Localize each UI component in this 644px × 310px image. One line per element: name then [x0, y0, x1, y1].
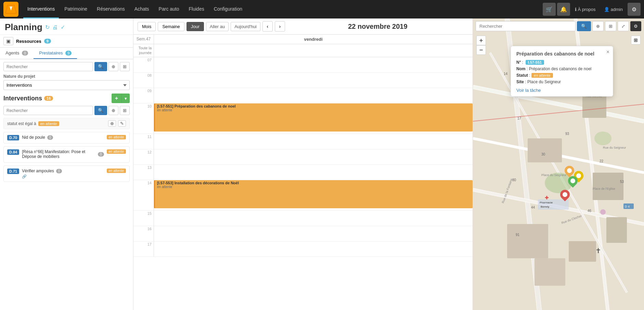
- interventions-search-input[interactable]: [3, 106, 93, 115]
- calendar-event-1[interactable]: [I.57-551] Préparation des cabanons de n…: [154, 103, 473, 132]
- day-label: vendredi: [154, 35, 473, 44]
- svg-text:22: 22: [600, 159, 604, 163]
- nav-configuration[interactable]: Configuration: [210, 0, 246, 18]
- calendar-grid: Sem.47 vendredi Toute la journée 07 08 0: [133, 35, 473, 310]
- add-intervention-dropdown[interactable]: ▾: [121, 94, 130, 103]
- map-settings-button[interactable]: ⚙: [630, 21, 641, 31]
- svg-text:Place du Seigneur: Place du Seigneur: [541, 173, 567, 177]
- check-button[interactable]: ✓: [61, 24, 65, 30]
- item-content: Nid de poule 0: [22, 135, 104, 140]
- prestataires-search-input[interactable]: [3, 62, 93, 71]
- item-attachment-icon: 🔗: [22, 174, 104, 179]
- allday-label: Toute la journée: [133, 44, 154, 57]
- next-button[interactable]: ›: [275, 21, 285, 32]
- refresh-button[interactable]: ↻: [45, 24, 50, 30]
- time-label: 10: [133, 103, 154, 134]
- about-button[interactable]: ℹ À propos: [571, 5, 599, 14]
- zoom-out-button[interactable]: −: [476, 45, 486, 55]
- nav-fluides[interactable]: Fluides: [185, 0, 208, 18]
- admin-button[interactable]: 👤 admin: [601, 5, 626, 14]
- hour-row-11: 11: [133, 134, 473, 149]
- event-title: [I.57-551] Préparation des cabanons de n…: [157, 104, 471, 108]
- interventions-header: Interventions 16 + ▾: [3, 94, 130, 103]
- item-badge-d70: D.70: [7, 135, 19, 140]
- nature-select[interactable]: Interventions: [3, 80, 130, 90]
- nav-reservations[interactable]: Réservations: [93, 0, 129, 18]
- filter-edit-button[interactable]: ✎: [118, 120, 126, 127]
- filter-zoom-button[interactable]: ⊕: [108, 120, 116, 127]
- zoom-in-button[interactable]: +: [476, 36, 486, 45]
- tooltip-title: Préparation des cabanons de noel: [516, 51, 607, 57]
- prestataires-search-button[interactable]: 🔍: [94, 62, 107, 71]
- svg-point-23: [594, 132, 611, 145]
- time-content: [154, 226, 473, 241]
- map-filter-button[interactable]: ⊞: [605, 21, 616, 31]
- list-item[interactable]: D.71 Vérifier ampoules 0 🔗 en attente: [3, 165, 130, 182]
- nav-patrimoine[interactable]: Patrimoine: [60, 0, 91, 18]
- mois-button[interactable]: Mois: [138, 22, 156, 31]
- svg-text:17: 17: [517, 116, 521, 120]
- item-status-badge: en attente: [107, 149, 126, 154]
- print-button[interactable]: 🖨: [52, 24, 58, 30]
- map-expand-button[interactable]: ⤢: [618, 21, 629, 31]
- nav-interventions[interactable]: Interventions: [23, 0, 59, 18]
- resources-collapse-button[interactable]: ▣: [3, 37, 13, 45]
- add-intervention-button[interactable]: +: [112, 94, 121, 103]
- svg-text:Place de l'Eglise: Place de l'Eglise: [593, 187, 615, 190]
- nature-label: Nature du projet: [3, 74, 130, 79]
- svg-text:✝: ✝: [595, 247, 601, 255]
- calendar-date-title: 22 novembre 2019: [287, 23, 468, 30]
- svg-text:44: 44: [531, 206, 535, 209]
- tabs-bar: Agents 0 Prestataires 9: [0, 48, 133, 59]
- map-search-input[interactable]: [476, 21, 576, 31]
- time-content: [154, 57, 473, 72]
- map-zoom-search-button[interactable]: ⊕: [592, 21, 604, 31]
- time-label: 16: [133, 226, 154, 241]
- time-label: 13: [133, 165, 154, 180]
- map-tooltip: × Préparation des cabanons de noel N° : …: [511, 46, 613, 97]
- semaine-button[interactable]: Semaine: [158, 22, 184, 31]
- time-content: [154, 149, 473, 164]
- nav-achats[interactable]: Achats: [130, 0, 153, 18]
- voir-tache-link[interactable]: Voir la tâche: [516, 88, 607, 93]
- tooltip-nom-row: Nom : Préparation des cabanons de noel: [516, 66, 607, 71]
- calendar-event-2[interactable]: [I.57-553] Installation des décorations …: [154, 180, 473, 208]
- prestataires-filter-button[interactable]: ⊞: [120, 62, 130, 71]
- interventions-search-button[interactable]: 🔍: [94, 106, 107, 115]
- calendar-toolbar: Mois Semaine Jour Aller au Aujourd'hui ‹…: [133, 18, 473, 35]
- left-panel: Planning ↻ 🖨 ✓ ▣ Ressources 9 Agents 0 P…: [0, 18, 133, 310]
- nav-parc-auto[interactable]: Parc auto: [155, 0, 183, 18]
- list-item[interactable]: D.84 [Résa n°66] Manifestation: Pose et …: [3, 146, 130, 163]
- list-item[interactable]: D.70 Nid de poule 0 en attente: [3, 132, 130, 144]
- item-badge-d84: D.84: [7, 149, 19, 155]
- time-label: 08: [133, 73, 154, 88]
- svg-rect-17: [593, 173, 623, 200]
- aller-au-button[interactable]: Aller au: [206, 22, 229, 31]
- time-content: [I.57-551] Préparation des cabanons de n…: [154, 103, 473, 134]
- cart-button[interactable]: 🛒: [543, 3, 556, 16]
- interventions-count-badge: 16: [44, 96, 53, 101]
- tab-prestataires[interactable]: Prestataires 9: [34, 48, 77, 59]
- time-label: 17: [133, 241, 154, 257]
- map-search-button[interactable]: 🔍: [577, 21, 591, 31]
- tooltip-close-button[interactable]: ×: [606, 49, 609, 55]
- svg-rect-18: [507, 224, 548, 258]
- item-badge-d71: D.71: [7, 169, 19, 174]
- map-layers-button[interactable]: ⊞: [631, 36, 641, 45]
- time-content: [154, 73, 473, 88]
- calendar-header: Sem.47 vendredi: [133, 35, 473, 44]
- today-button[interactable]: Aujourd'hui: [231, 22, 260, 31]
- prev-button[interactable]: ‹: [262, 21, 273, 32]
- interventions-zoom-button[interactable]: ⊕: [108, 106, 118, 115]
- tooltip-id-row: N° : I.57-551: [516, 60, 607, 65]
- interventions-filter-button[interactable]: ⊞: [120, 106, 130, 115]
- tab-agents[interactable]: Agents 0: [0, 48, 34, 59]
- svg-text:91: 91: [516, 233, 520, 237]
- page-title: Planning: [5, 22, 42, 33]
- allday-row: Toute la journée: [133, 44, 473, 57]
- navbar-settings-button[interactable]: ⚙: [628, 3, 641, 16]
- bell-button[interactable]: 🔔: [557, 3, 570, 16]
- svg-text:✚: ✚: [545, 195, 549, 200]
- jour-button[interactable]: Jour: [186, 22, 204, 31]
- prestataires-zoom-button[interactable]: ⊕: [108, 62, 118, 71]
